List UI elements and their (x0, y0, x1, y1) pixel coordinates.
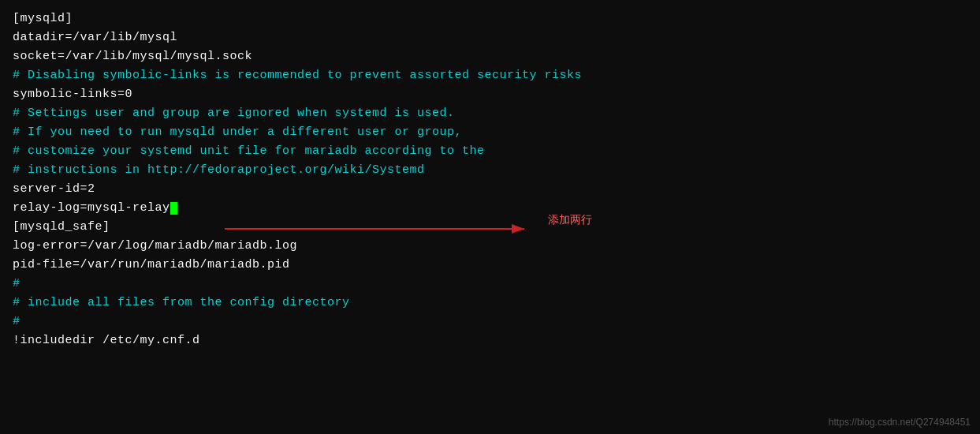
code-line: symbolic-links=0 (13, 85, 967, 104)
code-line: pid-file=/var/run/mariadb/mariadb.pid (13, 256, 967, 275)
watermark: https://blog.csdn.net/Q274948451 (829, 417, 971, 428)
code-content: [mysqld]datadir=/var/lib/mysqlsocket=/va… (13, 9, 967, 350)
annotation-text: 添加两行 (548, 213, 592, 227)
code-line: socket=/var/lib/mysql/mysql.sock (13, 47, 967, 66)
code-line: # include all files from the config dire… (13, 294, 967, 312)
code-line: [mysqld] (13, 9, 967, 28)
code-line: !includedir /etc/my.cnf.d (13, 331, 967, 350)
text-cursor (170, 202, 177, 215)
code-line: # (13, 275, 967, 294)
code-line: server-id=2 (13, 180, 967, 199)
code-line: # (13, 312, 967, 331)
code-line: # Disabling symbolic-links is recommende… (13, 66, 967, 85)
code-line: # instructions in http://fedoraproject.o… (13, 161, 967, 180)
code-line: # Settings user and group are ignored wh… (13, 104, 967, 123)
code-line: # customize your systemd unit file for m… (13, 142, 967, 161)
code-line: datadir=/var/lib/mysql (13, 28, 967, 47)
code-container: [mysqld]datadir=/var/lib/mysqlsocket=/va… (0, 0, 980, 434)
annotation-arrow (225, 213, 556, 245)
code-line: # If you need to run mysqld under a diff… (13, 123, 967, 142)
